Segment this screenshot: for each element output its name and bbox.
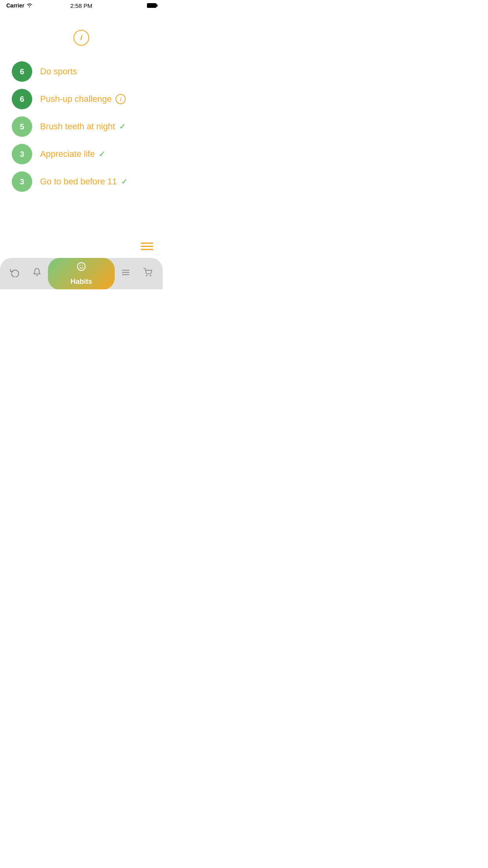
habit-badge-3: 5 (12, 116, 32, 137)
habit-item-3[interactable]: 5 Brush teeth at night ✓ (12, 116, 151, 137)
habit-label-3: Brush teeth at night ✓ (40, 121, 126, 132)
habit-item-2[interactable]: 6 Push-up challenge i (12, 89, 151, 109)
svg-point-7 (146, 275, 147, 276)
info-icon[interactable]: i (73, 30, 89, 46)
habit-text-1: Do sports (40, 66, 77, 77)
tab-checklist[interactable] (115, 268, 137, 279)
habit-info-icon-2[interactable]: i (116, 94, 126, 104)
status-time: 2:58 PM (70, 2, 92, 9)
svg-point-0 (29, 6, 30, 7)
habit-item-1[interactable]: 6 Do sports (12, 61, 151, 82)
checklist-icon (121, 268, 130, 279)
habit-badge-1: 6 (12, 61, 32, 82)
habit-text-5: Go to bed before 11 (40, 177, 117, 187)
habit-label-4: Appreciate life ✓ (40, 149, 105, 159)
habit-badge-4: 3 (12, 144, 32, 164)
svg-point-1 (77, 263, 85, 270)
habit-item-5[interactable]: 3 Go to bed before 11 ✓ (12, 171, 151, 192)
tab-bar: Habits (0, 258, 163, 289)
habits-tab-label: Habits (71, 278, 92, 286)
habit-label-2: Push-up challenge i (40, 94, 126, 104)
hamburger-line-3 (141, 249, 153, 250)
hamburger-line-1 (141, 243, 153, 244)
cart-icon (143, 268, 152, 279)
info-section: i (0, 10, 163, 57)
habit-text-2: Push-up challenge (40, 94, 112, 104)
hamburger-line-2 (141, 246, 153, 247)
habit-text-3: Brush teeth at night (40, 121, 115, 132)
habit-badge-2: 6 (12, 89, 32, 109)
habit-badge-5: 3 (12, 171, 32, 192)
tab-cart[interactable] (137, 268, 159, 279)
wifi-icon (26, 3, 33, 9)
bell-icon (33, 268, 41, 280)
status-bar: Carrier 2:58 PM (0, 0, 163, 10)
checkmark-4: ✓ (99, 149, 105, 159)
hamburger-icon[interactable] (141, 243, 153, 250)
habit-item-4[interactable]: 3 Appreciate life ✓ (12, 144, 151, 164)
checkmark-5: ✓ (121, 177, 128, 186)
habit-label-1: Do sports (40, 66, 77, 77)
battery-icon (147, 3, 156, 8)
habit-text-4: Appreciate life (40, 149, 95, 159)
status-left: Carrier (6, 2, 33, 9)
carrier-label: Carrier (6, 2, 24, 9)
habits-smiley-icon (77, 262, 86, 274)
tab-refresh[interactable] (4, 268, 26, 280)
svg-point-8 (150, 275, 151, 276)
menu-section[interactable] (141, 243, 153, 250)
tab-bell[interactable] (26, 268, 48, 280)
habit-label-5: Go to bed before 11 ✓ (40, 177, 128, 187)
tab-habits-active[interactable]: Habits (48, 258, 115, 290)
checkmark-3: ✓ (119, 122, 126, 131)
habit-list: 6 Do sports 6 Push-up challenge i 5 Brus… (0, 57, 163, 196)
refresh-icon (10, 268, 20, 280)
